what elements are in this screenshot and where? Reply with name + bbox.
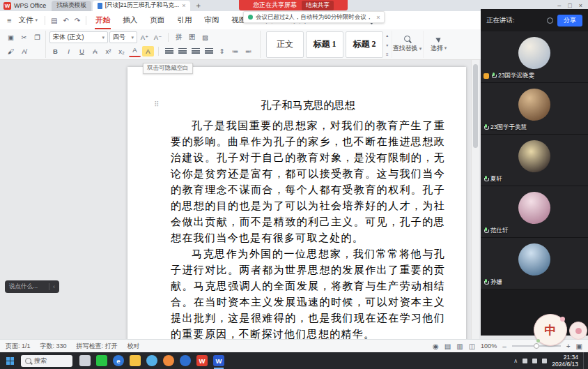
outline-view-icon[interactable]: ▥ [456, 342, 463, 350]
save-icon[interactable]: ▤ [48, 17, 60, 24]
spellcheck-status[interactable]: 拼写检查: 打开 [77, 342, 118, 351]
bold-button[interactable]: B [49, 46, 61, 57]
security-icon[interactable] [163, 355, 174, 366]
increase-font-icon[interactable]: A⁺ [139, 32, 150, 43]
read-mode-icon[interactable]: ◫ [469, 342, 475, 350]
proofread-label[interactable]: 校对 [127, 342, 140, 351]
vertical-scrollbar[interactable] [471, 60, 479, 339]
document-title[interactable]: 孔子和马克思的思想 [171, 98, 445, 114]
volume-icon[interactable] [532, 359, 537, 363]
clear-format-icon[interactable]: A̸ [18, 46, 30, 57]
char-shading-icon[interactable]: ▨ [199, 32, 211, 43]
phonetic-guide-icon[interactable]: 拼 [173, 32, 185, 43]
scrollbar-thumb[interactable] [473, 64, 478, 148]
bullet-list-icon[interactable]: ≔ [229, 46, 241, 57]
meeting-share-button[interactable]: 分享 [557, 15, 582, 27]
scroll-up-icon[interactable]: ▴ [386, 33, 388, 38]
show-desktop-button[interactable] [583, 352, 587, 369]
fit-page-icon[interactable]: ▣ [576, 342, 582, 350]
style-heading1[interactable]: 标题 1 [306, 31, 343, 58]
participant-tile[interactable]: 23国学于美慧 [481, 83, 588, 135]
style-gallery-scroll[interactable]: ▴ ▾ ≡ [386, 33, 389, 57]
qq-icon[interactable] [146, 355, 157, 366]
wechat-icon[interactable] [96, 355, 107, 366]
meeting-chat-pill[interactable]: 说点什么... ‹ [5, 280, 59, 293]
zoom-out-icon[interactable]: – [502, 342, 506, 350]
decrease-font-icon[interactable]: A⁻ [152, 32, 164, 43]
paste-icon[interactable]: ▣ [5, 32, 17, 43]
char-border-icon[interactable]: 囲 [186, 32, 198, 43]
align-justify-icon[interactable] [203, 46, 215, 57]
meeting-icon[interactable] [180, 355, 191, 366]
hamburger-icon[interactable]: ≡ [4, 16, 14, 24]
minimize-button[interactable]: – [557, 2, 561, 9]
style-heading2[interactable]: 标题 2 [346, 31, 383, 58]
sticker-mini-badge[interactable] [569, 322, 587, 340]
task-view-icon[interactable] [79, 355, 91, 366]
maximize-button[interactable]: □ [568, 2, 571, 9]
font-name-select[interactable]: 宋体 (正文) ▾ [49, 31, 108, 43]
start-button[interactable] [0, 352, 20, 369]
word-count[interactable]: 字数: 330 [40, 342, 67, 351]
font-color-icon[interactable]: A [129, 45, 141, 57]
highlight-icon[interactable]: A [142, 46, 154, 57]
menubar-item-2[interactable]: 页面 [144, 11, 171, 29]
participant-tile[interactable]: 范仕轩 [481, 186, 588, 238]
zoom-in-icon[interactable]: + [566, 342, 571, 350]
align-right-icon[interactable] [189, 46, 201, 57]
number-list-icon[interactable]: ≕ [242, 46, 254, 57]
italic-button[interactable]: I [63, 46, 75, 57]
document-page[interactable]: ⠿ 孔子和马克思的思想 孔子是我国重要的思想家，对我们的教育产生了重要的影响。曲… [127, 67, 466, 339]
gallery-expand-icon[interactable]: ≡ [386, 52, 389, 57]
ime-icon[interactable] [542, 359, 547, 363]
page-view-icon[interactable]: ▤ [444, 342, 451, 350]
paragraph[interactable]: 孔子是我国重要的思想家，对我们的教育产生了重要的影响。曲阜作为孔子的家乡，也不断… [171, 118, 445, 246]
underline-button[interactable]: U [76, 46, 88, 57]
close-button[interactable]: × [579, 2, 582, 9]
eye-protect-icon[interactable]: ◉ [433, 342, 439, 350]
menubar-item-0[interactable]: 开始 [89, 11, 116, 29]
tab-template-home[interactable]: 找稿类模板 [52, 1, 91, 11]
edge-icon[interactable]: e [113, 355, 124, 366]
strikethrough-icon[interactable]: A [89, 46, 101, 57]
toast-close-icon[interactable]: × [376, 14, 380, 21]
line-spacing-icon[interactable]: ⇕ [216, 46, 228, 57]
style-normal[interactable]: 正文 [266, 31, 304, 58]
word-icon[interactable]: W [213, 355, 224, 366]
redo-icon[interactable]: ↷ [72, 17, 83, 24]
explorer-icon[interactable] [130, 355, 141, 366]
meeting-sticker[interactable]: 中 [534, 314, 567, 346]
paragraph[interactable]: 马克思作为外国的一位思想家，我们常常将他与孔子进行对比。两者都为世界思想的发展作… [171, 246, 445, 339]
scroll-down-icon[interactable]: ▾ [386, 43, 388, 47]
menubar-item-3[interactable]: 引用 [171, 11, 198, 29]
hide-blank-tooltip[interactable]: 双击可隐藏空白 [143, 63, 193, 74]
zoom-slider-knob[interactable] [534, 343, 539, 349]
participant-tile[interactable]: 孙姗 [481, 238, 588, 289]
menubar-item-4[interactable]: 审阅 [198, 11, 225, 29]
format-painter-icon[interactable]: 🖌 [5, 46, 17, 57]
tab-document[interactable]: [只读]21历三班孔子和马克... × [93, 1, 191, 11]
find-replace-button[interactable]: 查找替换▾ [392, 31, 423, 58]
undo-icon[interactable]: ↶ [60, 17, 71, 24]
subscript-icon[interactable]: x₂ [116, 46, 127, 57]
new-tab-button[interactable]: + [192, 1, 204, 10]
gear-icon[interactable] [547, 17, 553, 24]
wps-icon[interactable]: W [196, 355, 208, 366]
zoom-level[interactable]: 100% [481, 342, 497, 349]
font-size-select[interactable]: 四号 ▾ [109, 31, 137, 43]
menu-file[interactable]: 文件 ▾ [14, 15, 42, 25]
stop-share-button[interactable]: 结束共享 [302, 1, 334, 10]
participant-tile[interactable]: 夏轩 [481, 135, 588, 186]
drag-handle-icon[interactable]: ⠿ [154, 100, 159, 108]
align-center-icon[interactable] [176, 46, 188, 57]
participant-tile[interactable]: 23国学迟晓雯 [481, 31, 588, 83]
taskbar-clock[interactable]: 21:34 2024/6/13 [552, 354, 578, 368]
network-icon[interactable] [523, 359, 527, 363]
tab-close-icon[interactable]: × [182, 2, 185, 9]
taskbar-search[interactable]: 搜索 [21, 355, 72, 367]
tray-expand-icon[interactable]: ∧ [513, 358, 518, 364]
select-button[interactable]: 选择▾ [423, 31, 454, 58]
collapse-icon[interactable]: ‹ [53, 283, 55, 290]
menubar-item-1[interactable]: 插入 [116, 11, 144, 29]
align-left-icon[interactable] [163, 46, 175, 57]
